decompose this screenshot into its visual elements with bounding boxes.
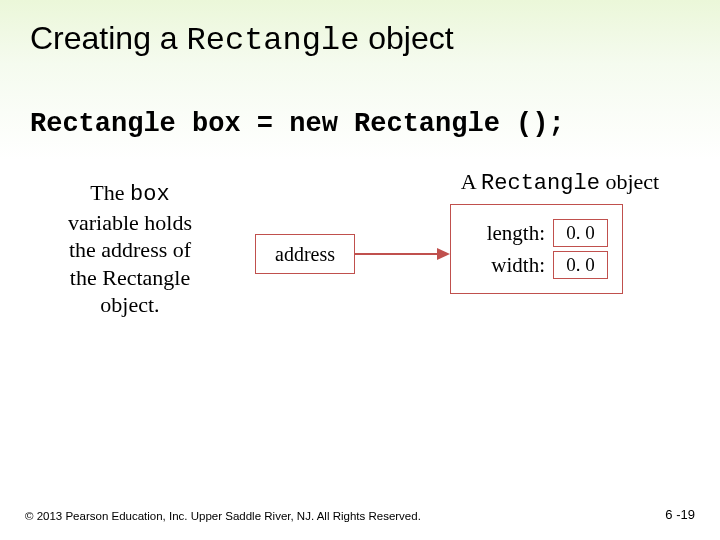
width-label: width: [465,253,545,278]
slide-title: Creating a Rectangle object [30,20,690,59]
svg-marker-1 [437,248,450,260]
width-value: 0. 0 [553,251,608,279]
slide-number: 6 -19 [665,507,695,522]
title-post: object [359,20,453,56]
pointer-arrow-icon [355,244,450,264]
object-row-length: length: 0. 0 [465,219,608,247]
length-label: length: [465,221,545,246]
title-pre: Creating a [30,20,187,56]
object-row-width: width: 0. 0 [465,251,608,279]
caption-right-post: object [600,169,659,194]
diagram-area: The box variable holds the address of th… [30,179,690,379]
copyright-footer: © 2013 Pearson Education, Inc. Upper Sad… [25,510,421,522]
caption-right-pre: A [461,169,481,194]
code-declaration: Rectangle box = new Rectangle (); [30,109,690,139]
slide-content: Creating a Rectangle object Rectangle bo… [0,0,720,399]
caption-right-code: Rectangle [481,171,600,196]
caption-left-l4: the Rectangle [70,265,190,290]
rectangle-object-box: length: 0. 0 width: 0. 0 [450,204,623,294]
caption-rectangle-object: A Rectangle object [430,169,690,196]
caption-left-l1b: box [130,182,170,207]
address-box: address [255,234,355,274]
caption-left-l5: object. [100,292,159,317]
title-code: Rectangle [187,22,360,59]
caption-left-l1a: The [90,180,130,205]
length-value: 0. 0 [553,219,608,247]
caption-box-variable: The box variable holds the address of th… [45,179,215,319]
caption-left-l2: variable holds [68,210,192,235]
caption-left-l3: the address of [69,237,191,262]
address-label: address [275,243,335,266]
